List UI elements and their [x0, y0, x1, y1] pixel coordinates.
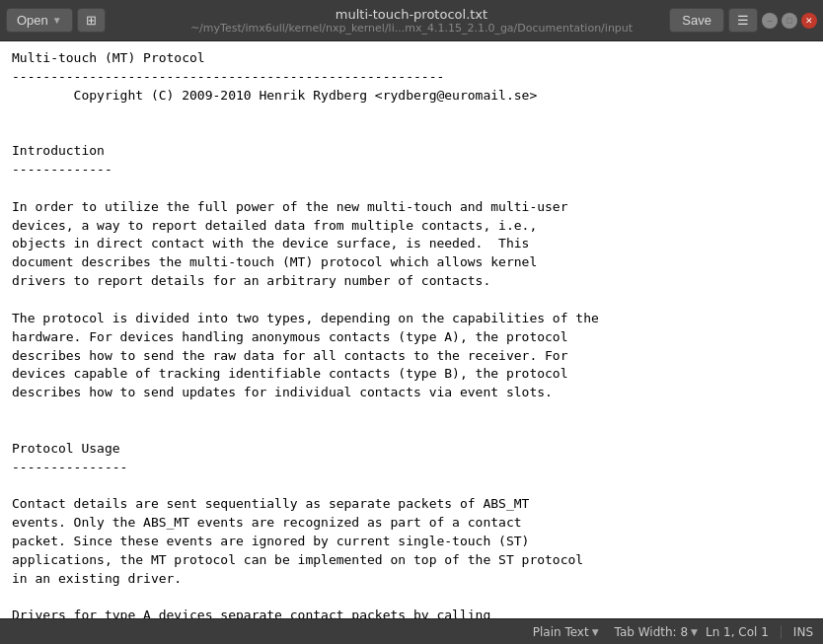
title-center: multi-touch-protocol.txt ~/myTest/imx6ul… — [190, 7, 633, 35]
plain-text-dropdown-arrow: ▼ — [592, 627, 599, 637]
status-bar: Plain Text ▼ Tab Width: 8 ▼ Ln 1, Col 1 … — [0, 618, 823, 644]
plain-text-selector[interactable]: Plain Text ▼ — [525, 619, 607, 645]
cursor-position: Ln 1, Col 1 — [706, 625, 769, 639]
status-right: Ln 1, Col 1 INS — [706, 625, 823, 639]
status-divider — [781, 625, 782, 639]
ins-label: INS — [793, 625, 813, 639]
status-center: Plain Text ▼ Tab Width: 8 ▼ — [525, 619, 706, 645]
open-label: Open — [17, 13, 48, 28]
editor-area — [0, 41, 823, 618]
save-to-recent-icon: ⊞ — [86, 13, 97, 28]
title-filename: multi-touch-protocol.txt — [190, 7, 633, 22]
title-bar-right: Save ☰ – □ ✕ — [669, 8, 823, 33]
open-button[interactable]: Open ▼ — [6, 8, 73, 33]
tab-width-dropdown-arrow: ▼ — [691, 627, 698, 637]
title-bar: Open ▼ ⊞ multi-touch-protocol.txt ~/myTe… — [0, 0, 823, 41]
editor-content[interactable] — [0, 41, 823, 618]
maximize-button[interactable]: □ — [782, 13, 797, 29]
window-controls: – □ ✕ — [762, 13, 817, 29]
save-button[interactable]: Save — [669, 8, 724, 33]
save-to-recent-button[interactable]: ⊞ — [77, 8, 106, 33]
plain-text-label: Plain Text — [533, 625, 589, 639]
open-dropdown-arrow: ▼ — [52, 15, 62, 26]
title-path: ~/myTest/imx6ull/kernel/nxp_kernel/li...… — [190, 22, 633, 35]
hamburger-button[interactable]: ☰ — [728, 8, 758, 33]
tab-width-label: Tab Width: 8 — [615, 625, 688, 639]
minimize-button[interactable]: – — [762, 13, 778, 29]
close-button[interactable]: ✕ — [801, 13, 817, 29]
tab-width-selector[interactable]: Tab Width: 8 ▼ — [607, 619, 706, 645]
title-bar-left: Open ▼ ⊞ — [0, 8, 106, 33]
